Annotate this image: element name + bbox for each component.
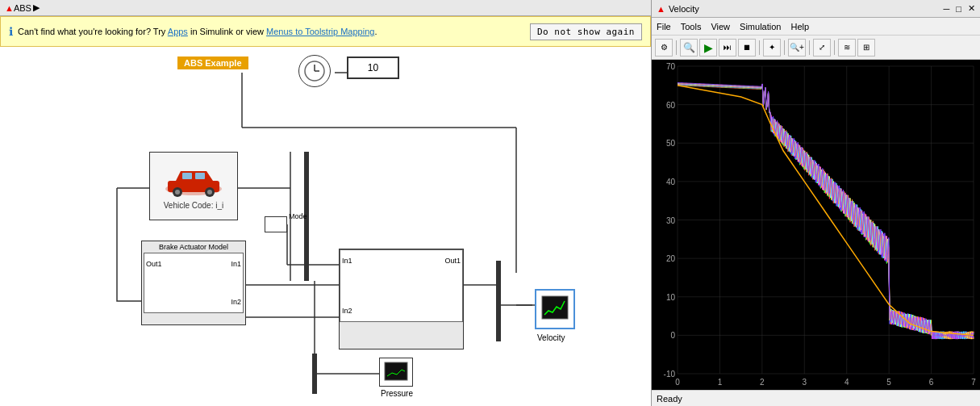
simulink-canvas: ABS Example 10 xyxy=(0,47,651,406)
stop-time-value: 10 xyxy=(368,62,378,73)
menu-view[interactable]: View xyxy=(711,22,730,31)
abs-ctrl-in1: In1 xyxy=(342,257,352,265)
clock-block xyxy=(298,55,331,87)
info-prefix: Can't find what you're looking for? Try xyxy=(18,27,168,36)
velocity-scope-block xyxy=(535,289,575,329)
info-icon: ℹ xyxy=(9,25,13,38)
brake-out1: Out1 xyxy=(146,260,162,268)
svg-rect-25 xyxy=(182,173,192,179)
info-middle: in Simulink or view xyxy=(188,27,266,36)
scope-icon xyxy=(540,295,569,324)
tools-button[interactable]: ✦ xyxy=(763,39,781,57)
toolbar-sep-5 xyxy=(834,40,835,55)
svg-rect-31 xyxy=(542,296,568,319)
scope-title: Velocity xyxy=(669,4,699,14)
abs-ctrl-out1: Out1 xyxy=(444,257,461,265)
toolbar-sep-2 xyxy=(759,40,760,55)
fullscreen-button[interactable]: ⤢ xyxy=(813,39,831,57)
close-icon[interactable]: ✕ xyxy=(968,3,975,14)
scope-menu-bar: File Tools View Simulation Help xyxy=(652,18,980,36)
simulink-title-bar: ▲ ABS ▶ xyxy=(0,0,651,16)
brake-title: Brake Actuator Model xyxy=(144,243,244,251)
abs-ctrl-in2: In2 xyxy=(342,307,352,315)
apps-link[interactable]: Apps xyxy=(168,27,188,36)
svg-rect-26 xyxy=(195,173,205,179)
mapping-link[interactable]: Menus to Toolstrip Mapping xyxy=(266,27,374,36)
stop-button[interactable]: ⏹ xyxy=(738,39,756,57)
svg-point-30 xyxy=(207,190,212,195)
menu-tools[interactable]: Tools xyxy=(681,22,702,31)
do-not-show-button[interactable]: Do not show again xyxy=(530,23,642,40)
zoom-button[interactable]: 🔍 xyxy=(680,39,698,57)
status-text: Ready xyxy=(657,394,682,404)
settings-button[interactable]: ⚙ xyxy=(655,39,673,57)
zoom-in-button[interactable]: 🔍+ xyxy=(788,39,806,57)
menu-simulation[interactable]: Simulation xyxy=(740,22,781,31)
scope-plot xyxy=(652,60,980,390)
matlab-icon: ▲ xyxy=(5,3,14,13)
simulink-panel: ▲ ABS ▶ ℹ Can't find what you're looking… xyxy=(0,0,652,406)
maximize-icon[interactable]: □ xyxy=(956,4,961,14)
info-bar: ℹ Can't find what you're looking for? Tr… xyxy=(0,16,651,47)
pressure-icon xyxy=(384,362,408,383)
breadcrumb-arrow: ▶ xyxy=(33,2,40,13)
minimize-icon[interactable]: ─ xyxy=(944,4,950,14)
mode-block xyxy=(265,216,287,232)
scope-matlab-icon: ▲ xyxy=(657,4,665,14)
pressure-block xyxy=(379,358,413,387)
scope-canvas xyxy=(652,60,980,390)
brake-in2: In2 xyxy=(231,298,241,306)
scope-panel: ▲ Velocity ─ □ ✕ File Tools View Simulat… xyxy=(652,0,980,406)
simulink-title: ABS xyxy=(14,3,31,13)
brake-in1: In1 xyxy=(231,260,241,268)
brake-actuator-block: Brake Actuator Model Out1 In1 In2 xyxy=(141,241,246,325)
abs-example-label: ABS Example xyxy=(177,57,248,69)
vehicle-block: Vehicle Code: i_i xyxy=(149,152,238,220)
play-button[interactable]: ▶ xyxy=(699,39,717,57)
info-suffix: . xyxy=(374,27,377,36)
menu-file[interactable]: File xyxy=(657,22,671,31)
props-button[interactable]: ≋ xyxy=(838,39,856,57)
scope-toolbar: ⚙ 🔍 ▶ ⏭ ⏹ ✦ 🔍+ ⤢ ≋ ⊞ xyxy=(652,36,980,60)
toolbar-sep-4 xyxy=(809,40,810,55)
car-icon xyxy=(161,163,226,199)
brake-inner: Out1 In1 In2 xyxy=(144,253,244,313)
scope-status-bar: Ready xyxy=(652,390,980,406)
info-text: Can't find what you're looking for? Try … xyxy=(18,27,525,36)
velocity-label: Velocity xyxy=(537,333,565,342)
step-fwd-button[interactable]: ⏭ xyxy=(719,39,736,57)
menu-help[interactable]: Help xyxy=(790,22,809,31)
mode-label: Mode xyxy=(289,212,307,220)
toolbar-sep-3 xyxy=(784,40,785,55)
abs-controller-block: In1 Out1 In2 xyxy=(339,249,464,349)
abs-ctrl-inner: In1 Out1 In2 xyxy=(340,249,463,322)
wires-svg xyxy=(0,47,651,406)
vehicle-label: Vehicle Code: i_i xyxy=(164,201,224,210)
stop-time-block[interactable]: 10 xyxy=(347,57,399,79)
toolbar-sep-1 xyxy=(676,40,677,55)
more-button[interactable]: ⊞ xyxy=(857,39,875,57)
svg-point-29 xyxy=(175,190,180,195)
clock-icon xyxy=(302,58,327,84)
pressure-label: Pressure xyxy=(381,389,413,398)
svg-rect-32 xyxy=(385,362,407,380)
scope-title-bar: ▲ Velocity ─ □ ✕ xyxy=(652,0,980,18)
